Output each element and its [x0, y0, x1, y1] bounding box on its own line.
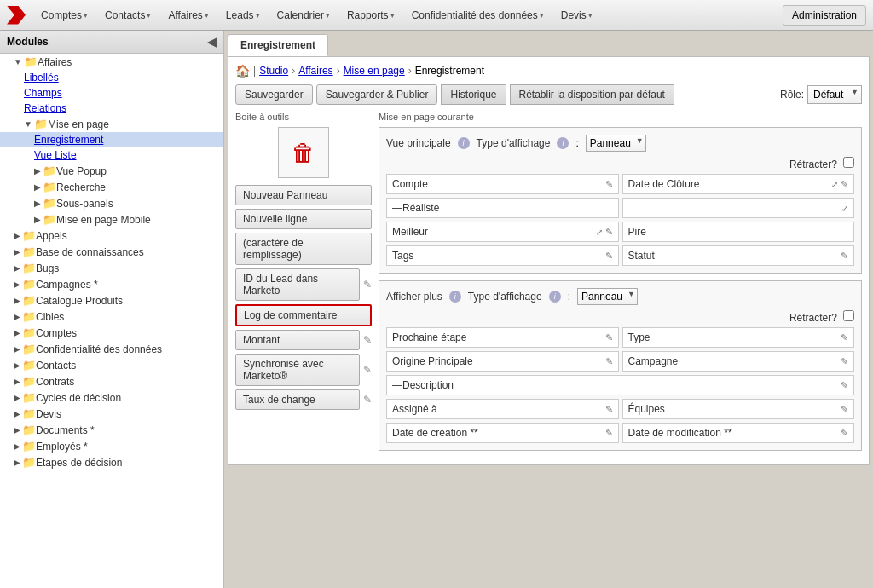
nav-contacts[interactable]: Contacts ▾ — [98, 6, 158, 25]
edit-id-lead-icon[interactable]: ✎ — [363, 279, 372, 291]
edit-date-creation-icon[interactable]: ✎ — [605, 428, 613, 439]
sidebar-item-contacts[interactable]: ▶ 📁 Contacts — [0, 357, 223, 373]
trash-area[interactable]: 🗑 — [278, 127, 329, 178]
afficher-plus-type-info-icon[interactable]: i — [549, 291, 561, 303]
toolbox-synchronise-marketo[interactable]: Synchronisé avec Marketo® — [235, 354, 360, 386]
edit-assigne-a-icon[interactable]: ✎ — [605, 404, 613, 415]
field-meilleur[interactable]: Meilleur ⤢ ✎ — [386, 222, 619, 242]
sidebar-item-etapes-decision[interactable]: ▶ 📁 Etapes de décision — [0, 454, 223, 470]
sidebar-item-comptes[interactable]: ▶ 📁 Comptes — [0, 325, 223, 341]
history-button[interactable]: Historique — [441, 84, 506, 105]
sidebar-item-appels[interactable]: ▶ 📁 Appels — [0, 228, 223, 244]
breadcrumb-affaires[interactable]: Affaires — [298, 65, 332, 77]
field-realiste[interactable]: —Réaliste — [386, 198, 619, 218]
resize-date-cloture-icon[interactable]: ⤢ — [831, 180, 838, 189]
sidebar-item-base-connaissances[interactable]: ▶ 📁 Base de connaissances — [0, 244, 223, 260]
resize-realiste-icon[interactable]: ⤢ — [841, 204, 848, 213]
toolbox-taux-change[interactable]: Taux de change — [235, 389, 360, 410]
edit-tags-icon[interactable]: ✎ — [605, 251, 613, 262]
nav-affaires[interactable]: Affaires ▾ — [161, 6, 215, 25]
sidebar-item-vue-liste[interactable]: Vue Liste — [0, 147, 223, 163]
save-publish-button[interactable]: Sauvegarder & Publier — [316, 84, 438, 105]
field-pire[interactable]: Pire — [622, 222, 855, 242]
sidebar-item-mise-en-page[interactable]: ▼ 📁 Mise en page — [0, 116, 223, 132]
sidebar-item-documents[interactable]: ▶ 📁 Documents * — [0, 422, 223, 438]
field-realiste-resize[interactable]: ⤢ — [622, 198, 855, 218]
home-icon[interactable]: 🏠 — [235, 64, 250, 78]
vue-principale-info-icon[interactable]: i — [458, 137, 470, 149]
afficher-plus-select[interactable]: Panneau — [577, 288, 638, 305]
nav-leads[interactable]: Leads ▾ — [219, 6, 267, 25]
sidebar-item-relations[interactable]: Relations — [0, 101, 223, 116]
sidebar-item-recherche[interactable]: ▶ 📁 Recherche — [0, 179, 223, 195]
type-affichage-info-icon[interactable]: i — [557, 137, 569, 149]
edit-statut-icon[interactable]: ✎ — [841, 251, 848, 262]
toolbox-nouvelle-ligne[interactable]: Nouvelle ligne — [235, 209, 372, 229]
nav-calendrier[interactable]: Calendrier ▾ — [270, 6, 337, 25]
field-date-cloture[interactable]: Date de Clôture ⤢ ✎ — [622, 174, 855, 194]
nav-comptes[interactable]: Comptes ▾ — [34, 6, 95, 25]
sidebar-item-bugs[interactable]: ▶ 📁 Bugs — [0, 260, 223, 276]
sidebar-item-champs[interactable]: Champs — [0, 85, 223, 101]
edit-origine-principale-icon[interactable]: ✎ — [605, 356, 613, 367]
edit-prochaine-etape-icon[interactable]: ✎ — [605, 332, 613, 343]
field-compte[interactable]: Compte ✎ — [386, 174, 619, 194]
sidebar-item-confidentialite-donnees[interactable]: ▶ 📁 Confidentialité des données — [0, 341, 223, 357]
edit-campagne-icon[interactable]: ✎ — [841, 356, 848, 367]
sidebar-item-affaires[interactable]: ▼ 📁 Affaires — [0, 54, 223, 70]
sidebar-item-catalogue-produits[interactable]: ▶ 📁 Catalogue Produits — [0, 292, 223, 308]
edit-compte-icon[interactable]: ✎ — [605, 179, 613, 190]
sidebar-item-libelles[interactable]: Libellés — [0, 70, 223, 85]
nav-devis[interactable]: Devis ▾ — [554, 6, 599, 25]
field-date-creation[interactable]: Date de création ** ✎ — [386, 423, 619, 443]
nav-rapports[interactable]: Rapports ▾ — [340, 6, 402, 25]
edit-synchronise-icon[interactable]: ✎ — [363, 364, 372, 376]
toolbox-montant[interactable]: Montant — [235, 330, 360, 350]
edit-taux-change-icon[interactable]: ✎ — [363, 394, 372, 406]
field-campagne[interactable]: Campagne ✎ — [622, 351, 855, 372]
sidebar-item-campagnes[interactable]: ▶ 📁 Campagnes * — [0, 276, 223, 292]
edit-description-icon[interactable]: ✎ — [841, 380, 848, 391]
sidebar-item-contrats[interactable]: ▶ 📁 Contrats — [0, 373, 223, 389]
field-prochaine-etape[interactable]: Prochaine étape ✎ — [386, 327, 619, 348]
toolbox-nouveau-panneau[interactable]: Nouveau Panneau — [235, 185, 372, 205]
sidebar-item-mise-en-page-mobile[interactable]: ▶ 📁 Mise en page Mobile — [0, 211, 223, 228]
tab-enregistrement[interactable]: Enregistrement — [228, 34, 328, 56]
field-date-modification[interactable]: Date de modification ** ✎ — [622, 423, 855, 443]
edit-date-modification-icon[interactable]: ✎ — [841, 428, 848, 439]
edit-equipes-icon[interactable]: ✎ — [841, 404, 848, 415]
edit-type-icon[interactable]: ✎ — [841, 332, 848, 343]
edit-date-cloture-icon[interactable]: ✎ — [841, 179, 848, 190]
nav-administration[interactable]: Administration — [783, 5, 866, 26]
field-origine-principale[interactable]: Origine Principale ✎ — [386, 351, 619, 372]
breadcrumb-mise-en-page[interactable]: Mise en page — [344, 65, 405, 77]
toolbox-id-lead-marketo[interactable]: ID du Lead dans Marketo — [235, 268, 360, 301]
field-assigne-a[interactable]: Assigné à ✎ — [386, 399, 619, 419]
role-select[interactable]: Défaut — [807, 85, 862, 104]
field-tags[interactable]: Tags ✎ — [386, 245, 619, 266]
toolbox-log-commentaire[interactable]: Log de commentaire — [235, 304, 372, 326]
panneau-select[interactable]: Panneau — [586, 135, 646, 152]
sidebar-item-vue-popup[interactable]: ▶ 📁 Vue Popup — [0, 163, 223, 179]
sidebar-item-sous-panels[interactable]: ▶ 📁 Sous-panels — [0, 195, 223, 211]
edit-montant-icon[interactable]: ✎ — [363, 334, 372, 346]
sidebar-item-cibles[interactable]: ▶ 📁 Cibles — [0, 308, 223, 325]
reset-button[interactable]: Rétablir la disposition par défaut — [510, 84, 674, 105]
afficher-plus-retract-checkbox[interactable] — [843, 310, 854, 321]
nav-confidentialite[interactable]: Confidentialité des données ▾ — [405, 6, 551, 25]
sidebar-item-devis[interactable]: ▶ 📁 Devis — [0, 406, 223, 422]
toolbox-caractere-remplissage[interactable]: (caractère de remplissage) — [235, 233, 372, 265]
sidebar-item-enregistrement[interactable]: Enregistrement — [0, 132, 223, 147]
sidebar-item-cycles-decision[interactable]: ▶ 📁 Cycles de décision — [0, 389, 223, 406]
field-statut[interactable]: Statut ✎ — [622, 245, 855, 266]
edit-meilleur-icon[interactable]: ✎ — [605, 227, 613, 238]
sidebar-item-employes[interactable]: ▶ 📁 Employés * — [0, 438, 223, 454]
field-type[interactable]: Type ✎ — [622, 327, 855, 348]
field-equipes[interactable]: Équipes ✎ — [622, 399, 855, 419]
retract-checkbox[interactable] — [843, 157, 854, 168]
sidebar-collapse-button[interactable]: ◀ — [207, 35, 217, 49]
breadcrumb-studio[interactable]: Studio — [259, 65, 288, 77]
field-description[interactable]: —Description ✎ — [386, 375, 854, 395]
afficher-plus-info-icon[interactable]: i — [449, 291, 461, 303]
resize-meilleur-icon[interactable]: ⤢ — [596, 228, 603, 237]
